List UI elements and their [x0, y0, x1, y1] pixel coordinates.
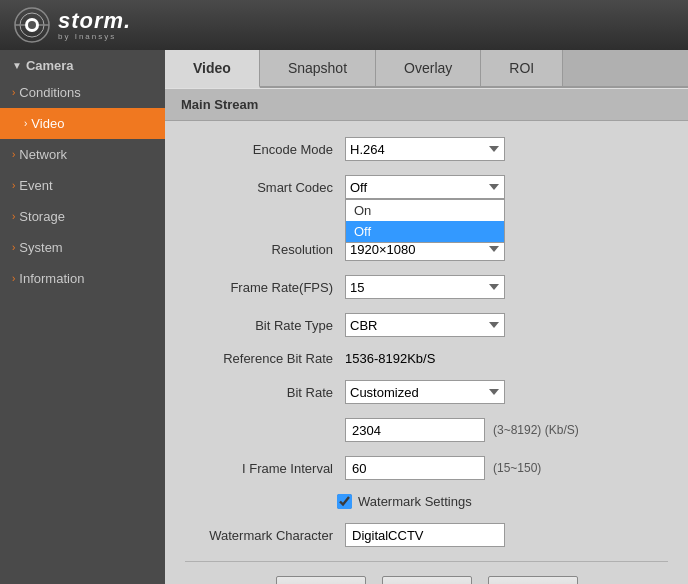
i-frame-row: I Frame Interval (15~150) [185, 456, 668, 480]
logo-icon [14, 7, 50, 43]
storage-arrow-icon: › [12, 211, 15, 222]
event-arrow-icon: › [12, 180, 15, 191]
logo-main-text: storm. [58, 10, 131, 32]
sidebar-item-label-network: Network [19, 147, 67, 162]
sidebar-item-video[interactable]: › Video [0, 108, 165, 139]
watermark-char-control [345, 523, 505, 547]
video-arrow-icon: › [24, 118, 27, 129]
sidebar-item-conditions[interactable]: › Conditions [0, 77, 165, 108]
refresh-button[interactable]: Refresh [382, 576, 472, 584]
sidebar-camera-section: ▼ Camera [0, 50, 165, 77]
smart-codec-dropdown[interactable]: Off On On Off [345, 175, 505, 199]
watermark-char-input[interactable] [345, 523, 505, 547]
bit-rate-type-select[interactable]: CBR VBR [345, 313, 505, 337]
reference-bit-rate-label: Reference Bit Rate [185, 351, 345, 366]
i-frame-hint: (15~150) [493, 461, 541, 475]
bit-rate-type-control: CBR VBR [345, 313, 505, 337]
system-arrow-icon: › [12, 242, 15, 253]
reference-bit-rate-value: 1536-8192Kb/S [345, 351, 435, 366]
default-button[interactable]: Default [276, 576, 366, 584]
logo-text: storm. by Inansys [58, 10, 131, 41]
tab-snapshot[interactable]: Snapshot [260, 50, 376, 86]
sidebar-item-event[interactable]: › Event [0, 170, 165, 201]
i-frame-input[interactable] [345, 456, 485, 480]
i-frame-label: I Frame Interval [185, 461, 345, 476]
bit-rate-row: Bit Rate Customized 512 1024 [185, 380, 668, 404]
information-arrow-icon: › [12, 273, 15, 284]
sidebar-item-storage[interactable]: › Storage [0, 201, 165, 232]
bit-rate-input-control: (3~8192) (Kb/S) [345, 418, 579, 442]
bit-rate-input-row: (3~8192) (Kb/S) [185, 418, 668, 442]
bit-rate-hint: (3~8192) (Kb/S) [493, 423, 579, 437]
form-area: Main Stream Encode Mode H.264 H.265 Smar… [165, 88, 688, 584]
watermark-checkbox[interactable] [337, 494, 352, 509]
main-stream-header: Main Stream [165, 88, 688, 121]
reference-bit-rate-control: 1536-8192Kb/S [345, 351, 435, 366]
smart-codec-dropdown-list: On Off [345, 199, 505, 243]
sidebar-item-label-event: Event [19, 178, 52, 193]
smart-codec-select[interactable]: Off On [345, 175, 505, 199]
network-arrow-icon: › [12, 149, 15, 160]
encode-mode-control: H.264 H.265 [345, 137, 505, 161]
smart-codec-label: Smart Codec [185, 180, 345, 195]
svg-point-3 [28, 21, 36, 29]
sidebar: ▼ Camera › Conditions › Video › Network … [0, 50, 165, 584]
tab-video[interactable]: Video [165, 50, 260, 88]
watermark-char-row: Watermark Character [185, 523, 668, 547]
encode-mode-select[interactable]: H.264 H.265 [345, 137, 505, 161]
sidebar-camera-label: Camera [26, 58, 74, 73]
reference-bit-rate-row: Reference Bit Rate 1536-8192Kb/S [185, 351, 668, 366]
encode-mode-row: Encode Mode H.264 H.265 [185, 137, 668, 161]
content-area: Video Snapshot Overlay ROI Main Stream E… [165, 50, 688, 584]
logo-sub-text: by Inansys [58, 32, 131, 41]
header: storm. by Inansys [0, 0, 688, 50]
frame-rate-row: Frame Rate(FPS) 15 25 30 [185, 275, 668, 299]
smart-codec-option-on[interactable]: On [346, 200, 504, 221]
button-row: Default Refresh Save [185, 561, 668, 584]
save-button[interactable]: Save [488, 576, 578, 584]
logo-area: storm. by Inansys [14, 7, 131, 43]
sidebar-item-network[interactable]: › Network [0, 139, 165, 170]
resolution-label: Resolution [185, 242, 345, 257]
watermark-char-label: Watermark Character [185, 528, 345, 543]
smart-codec-row: Smart Codec Off On On Off [185, 175, 668, 199]
watermark-settings-row: Watermark Settings [185, 494, 668, 509]
bit-rate-type-row: Bit Rate Type CBR VBR [185, 313, 668, 337]
bit-rate-control: Customized 512 1024 [345, 380, 505, 404]
sidebar-item-label-storage: Storage [19, 209, 65, 224]
sidebar-item-label-video: Video [31, 116, 64, 131]
frame-rate-label: Frame Rate(FPS) [185, 280, 345, 295]
watermark-label: Watermark Settings [358, 494, 472, 509]
main-layout: ▼ Camera › Conditions › Video › Network … [0, 50, 688, 584]
sidebar-item-label-information: Information [19, 271, 84, 286]
bit-rate-select[interactable]: Customized 512 1024 [345, 380, 505, 404]
sidebar-item-label-conditions: Conditions [19, 85, 80, 100]
sidebar-item-label-system: System [19, 240, 62, 255]
encode-mode-label: Encode Mode [185, 142, 345, 157]
camera-arrow-icon: ▼ [12, 60, 22, 71]
tab-roi[interactable]: ROI [481, 50, 563, 86]
bit-rate-input[interactable] [345, 418, 485, 442]
bit-rate-type-label: Bit Rate Type [185, 318, 345, 333]
i-frame-control: (15~150) [345, 456, 541, 480]
tab-bar: Video Snapshot Overlay ROI [165, 50, 688, 88]
sidebar-item-information[interactable]: › Information [0, 263, 165, 294]
tab-overlay[interactable]: Overlay [376, 50, 481, 86]
smart-codec-control: Off On On Off [345, 175, 505, 199]
sidebar-item-system[interactable]: › System [0, 232, 165, 263]
frame-rate-select[interactable]: 15 25 30 [345, 275, 505, 299]
form-body: Encode Mode H.264 H.265 Smart Codec [165, 121, 688, 584]
frame-rate-control: 15 25 30 [345, 275, 505, 299]
smart-codec-option-off[interactable]: Off [346, 221, 504, 242]
bit-rate-label: Bit Rate [185, 385, 345, 400]
conditions-arrow-icon: › [12, 87, 15, 98]
